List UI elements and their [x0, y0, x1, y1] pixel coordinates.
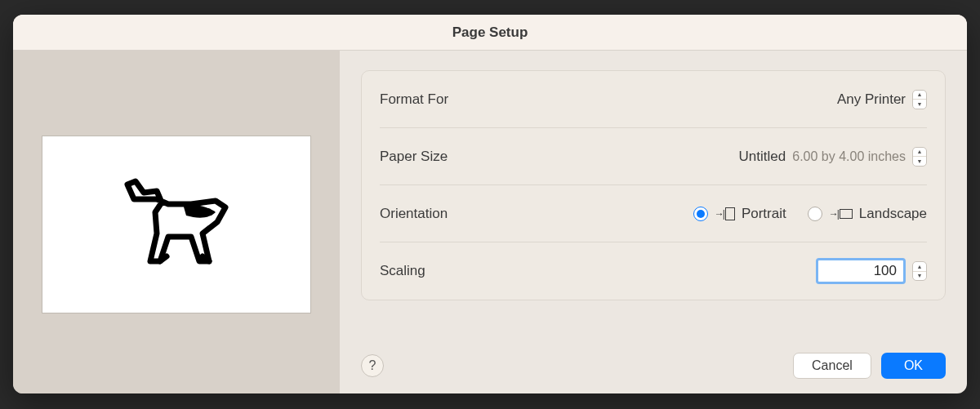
orientation-portrait-radio[interactable]: →| Portrait: [693, 206, 786, 222]
settings-pane: Format For Any Printer ▲ ▼ Paper Size Un…: [340, 51, 967, 393]
page-setup-dialog: Page Setup Format For: [13, 15, 967, 393]
scaling-step-up[interactable]: ▲: [913, 262, 926, 272]
paper-size-control[interactable]: Untitled 6.00 by 4.00 inches ▲ ▼: [510, 147, 927, 167]
scaling-row: Scaling ▲ ▼: [380, 242, 927, 300]
paper-size-label: Paper Size: [380, 149, 510, 165]
ok-button[interactable]: OK: [881, 353, 946, 379]
orientation-radio-group: →| Portrait →| Landscape: [510, 206, 927, 222]
radio-checked-icon: [693, 207, 708, 221]
format-for-value: Any Printer: [837, 91, 906, 108]
help-button[interactable]: ?: [361, 354, 384, 377]
paper-size-value: Untitled: [739, 149, 786, 165]
help-icon: ?: [369, 358, 376, 373]
paper-size-stepper-icon: ▲ ▼: [912, 147, 927, 167]
scaling-input[interactable]: [816, 258, 906, 284]
orientation-portrait-label: Portrait: [742, 206, 786, 222]
scaling-stepper[interactable]: ▲ ▼: [912, 261, 927, 281]
orientation-row: Orientation →| Portrait →|: [380, 185, 927, 242]
format-for-label: Format For: [380, 91, 510, 108]
dialog-titlebar: Page Setup: [13, 15, 967, 51]
orientation-landscape-radio[interactable]: →| Landscape: [808, 206, 927, 222]
orientation-landscape-label: Landscape: [859, 206, 927, 222]
dialog-title: Page Setup: [452, 24, 528, 41]
settings-card: Format For Any Printer ▲ ▼ Paper Size Un…: [361, 70, 946, 300]
dialog-content: Format For Any Printer ▲ ▼ Paper Size Un…: [13, 51, 967, 393]
paper-size-dimensions: 6.00 by 4.00 inches: [792, 149, 906, 164]
scaling-step-down[interactable]: ▼: [913, 272, 926, 281]
cancel-button[interactable]: Cancel: [793, 353, 871, 379]
radio-unchecked-icon: [808, 207, 822, 221]
orientation-label: Orientation: [380, 206, 510, 222]
dialog-footer: ? Cancel OK: [361, 340, 946, 379]
format-for-row: Format For Any Printer ▲ ▼: [380, 71, 927, 128]
format-for-control[interactable]: Any Printer ▲ ▼: [510, 90, 927, 109]
preview-pane: [13, 51, 340, 393]
svg-point-0: [140, 197, 145, 202]
dogcow-icon: [111, 170, 242, 279]
landscape-icon: →|: [829, 208, 853, 220]
paper-size-row: Paper Size Untitled 6.00 by 4.00 inches …: [380, 128, 927, 185]
format-for-stepper-icon: ▲ ▼: [912, 90, 927, 109]
page-preview: [42, 136, 311, 313]
scaling-label: Scaling: [380, 263, 510, 279]
portrait-icon: →|: [715, 207, 735, 220]
